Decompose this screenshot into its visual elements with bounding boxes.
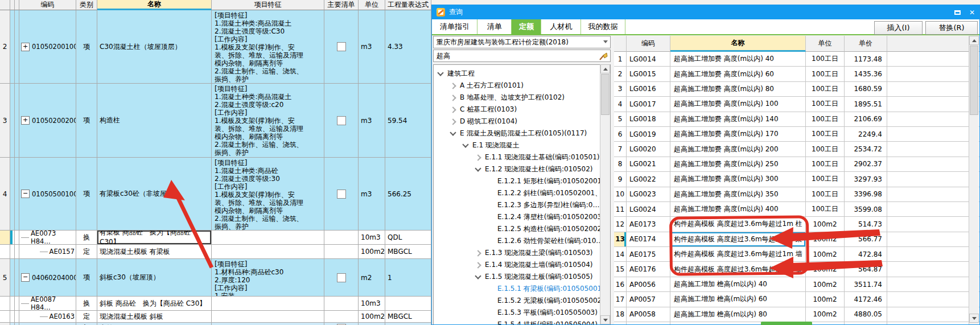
bill-item-row[interactable]: 4−010505001001项有梁板c30砼（非坡屋顶）[项目特征] 1.混凝土… — [0, 158, 431, 231]
quota-name[interactable]: 构件超高模板 高度超过3.6m每超过1m 柱 — [670, 217, 806, 232]
chevron-expanded-icon[interactable] — [462, 141, 468, 147]
tree-scroll-thumb[interactable] — [601, 74, 610, 115]
tree-item[interactable]: C 桩基工程(0103) — [434, 104, 610, 116]
main-list-checkbox[interactable] — [337, 116, 346, 125]
results-scroll-thumb[interactable] — [970, 46, 978, 115]
name-cell[interactable]: 砌筑工程 — [97, 323, 212, 325]
tree-item[interactable]: E.1.2.3 多边形(异型)柱(编码:0… — [434, 199, 610, 211]
quota-row[interactable]: 3LG0016超高施工增加费 高度(m以内) 80100工日1680.59 — [614, 82, 980, 97]
quota-row[interactable]: 6LG0019超高施工增加费 高度(m以内) 170100工日2249.4 — [614, 127, 980, 142]
expand-plus-icon[interactable]: + — [21, 43, 30, 51]
name-cell[interactable]: 有梁板c30砼（非坡屋顶） — [97, 158, 212, 231]
quota-name[interactable]: 超高施工增加费 高度(m以内) 80 — [670, 82, 806, 97]
quota-row[interactable]: 9LG0022超高施工增加费 高度(m以内) 300100工日3297.93 — [614, 172, 980, 187]
quota-row[interactable]: 13AE0174构件超高模板 高度超过3.6m每超过1m 梁100m2566.7… — [614, 232, 980, 247]
tree-item[interactable]: 建筑工程 — [434, 68, 610, 80]
section-row[interactable]: B1部砌筑工程 — [0, 323, 431, 325]
chevron-collapsed-icon[interactable] — [450, 106, 456, 113]
code-cell[interactable]: AE0157 — [19, 245, 76, 259]
quota-detail-row[interactable]: AE0073 H84…换有梁板 商品砼 换为【商品砼 C30】10m3QDL — [0, 231, 431, 245]
chevron-expanded-icon[interactable] — [475, 165, 481, 171]
main-list-checkbox[interactable] — [337, 42, 346, 51]
collapse-minus-icon[interactable]: − — [21, 190, 30, 198]
name-cell[interactable]: C30混凝土柱（坡屋顶层） — [97, 10, 212, 84]
chevron-collapsed-icon[interactable] — [475, 154, 481, 161]
tree-item[interactable]: E.1.5.3 平板(编码:010505003) — [434, 307, 610, 319]
quota-name[interactable]: 构件超高模板 高度超过3.6m每超过1m 板 — [670, 262, 806, 277]
results-scrollbar[interactable] — [969, 36, 979, 325]
tab-清单[interactable]: 清单 — [477, 19, 512, 34]
quota-row[interactable]: 14AE0175构件超高模板 高度超过3.6m每超过1m 墙100m2472.8… — [614, 247, 980, 262]
bill-item-row[interactable]: 5−040602040001项斜板c30（坡屋顶）[项目特征] 1.材料品种:商… — [0, 259, 431, 297]
tree-item[interactable]: E.1.2 现浇混凝土柱(编码:010502) — [434, 163, 610, 175]
quota-row[interactable]: 5LG0018超高施工增加费 高度(m以内) 140100工日2106.69 — [614, 112, 980, 127]
tree-item[interactable]: E.1.3 现浇混凝土梁(编码:010503) — [434, 247, 610, 259]
scroll-down-icon[interactable] — [969, 314, 979, 323]
quota-row[interactable]: 12AE0173构件超高模板 高度超过3.6m每超过1m 柱100m2514.7… — [614, 217, 980, 232]
chevron-expanded-icon[interactable] — [437, 69, 443, 76]
quota-detail-row[interactable]: AE0163定现浇混凝土模板 斜板100m2MBGCL — [0, 311, 431, 323]
quota-name[interactable]: 超高施工增加费 高度(m以内) 400 — [670, 202, 806, 217]
insert-button[interactable]: 插入(I) — [874, 21, 923, 35]
quota-name[interactable]: 构件超高模板 高度超过3.6m每超过1m 梁 — [670, 232, 806, 247]
tree-item[interactable]: E.1.2.2 斜柱(编码:010502001、… — [434, 187, 610, 199]
quota-name[interactable]: 超高施工增加费 高度(m以内) 60 — [670, 67, 806, 81]
quota-row[interactable]: 8LG0021超高施工增加费 高度(m以内) 250100工日2902.37 — [614, 157, 980, 172]
tree-item[interactable]: B 地基处理、边坡支护工程(0102) — [434, 92, 610, 104]
tree-item[interactable]: E.1.5 现浇混凝土板(编码:010505) — [434, 271, 610, 283]
tree-item[interactable]: E.1.5.1 有梁板(编码:010505001) — [434, 283, 610, 295]
quota-row[interactable]: 4LG0017超高施工增加费 高度(m以内) 100100工日1895.51 — [614, 97, 980, 112]
quota-row[interactable]: 18AP0058超高施工增加 檐高(m以内) 80100m24880.05 — [614, 307, 980, 322]
code-cell[interactable]: −010505001001 — [19, 158, 76, 231]
name-cell[interactable]: 现浇混凝土模板 有梁板 — [97, 245, 212, 259]
quota-name[interactable]: 超高施工增加 檐高(m以内) 100 — [670, 322, 806, 325]
quota-name[interactable]: 超高施工增加 檐高(m以内) 40 — [670, 277, 806, 292]
quota-name[interactable]: 超高施工增加费 高度(m以内) 250 — [670, 157, 806, 172]
code-cell[interactable]: +010502001002 — [19, 10, 76, 84]
tree-item[interactable]: E.1.4 现浇混凝土墙(编码:010504) — [434, 259, 610, 271]
chevron-collapsed-icon[interactable] — [475, 262, 481, 268]
tab-清单指引[interactable]: 清单指引 — [431, 19, 478, 34]
replace-button[interactable]: 替换(R) — [925, 21, 978, 35]
quota-name[interactable]: 超高施工增加费 高度(m以内) 170 — [670, 127, 806, 142]
code-cell[interactable]: −040602040001 — [19, 259, 76, 297]
tree-item[interactable]: E.1.2.5 构造柱(编码:010502002) — [434, 223, 610, 235]
quota-name[interactable]: 超高施工增加费 高度(m以内) 350 — [670, 187, 806, 202]
quota-detail-row[interactable]: AE0157定现浇混凝土模板 有梁板100m2MBGCL — [0, 245, 431, 259]
quota-detail-row[interactable]: AE0087 H84…换斜板 商品砼 换为【商品砼 C30】10m3 — [0, 297, 431, 311]
dialog-titlebar[interactable]: 查询 ✕ — [432, 5, 979, 19]
quota-row[interactable]: 10LG0023超高施工增加费 高度(m以内) 350100工日3396.98 — [614, 187, 980, 202]
close-icon[interactable]: ✕ — [965, 7, 979, 17]
bill-item-row[interactable]: 2+010502001002项C30混凝土柱（坡屋顶层）[项目特征] 1.混凝土… — [0, 10, 431, 84]
tree-scrollbar[interactable] — [600, 64, 610, 325]
main-list-checkbox[interactable] — [337, 273, 346, 282]
tree-item[interactable]: E.1 现浇混凝土 — [434, 139, 610, 151]
quota-row[interactable]: 1LG0014超高施工增加费 高度(m以内) 40100工日1173.48 — [614, 52, 980, 67]
quota-name[interactable]: 超高施工增加 檐高(m以内) 60 — [670, 292, 806, 307]
minimize-icon[interactable] — [950, 7, 965, 17]
quota-row[interactable]: 11LG0024超高施工增加费 高度(m以内) 400100工日3599.08 — [614, 202, 980, 217]
quota-name[interactable]: 超高施工增加 檐高(m以内) 80 — [670, 307, 806, 322]
code-cell[interactable]: AE0163 — [19, 311, 76, 323]
main-list-checkbox[interactable] — [337, 190, 346, 199]
tab-我的数据[interactable]: 我的数据 — [580, 19, 625, 34]
tree-item[interactable]: E.1.2.1 矩形柱(编码:010502001) — [434, 175, 610, 187]
quota-name[interactable]: 超高施工增加费 高度(m以内) 100 — [670, 97, 806, 112]
name-cell[interactable]: 现浇混凝土模板 斜板 — [97, 311, 212, 323]
quota-name[interactable]: 超高施工增加费 高度(m以内) 140 — [670, 112, 806, 127]
name-cell[interactable]: 有梁板 商品砼 换为【商品砼 C30】 — [97, 231, 212, 245]
chevron-collapsed-icon[interactable] — [475, 250, 481, 256]
quota-library-select[interactable]: 重庆市房屋建筑与装饰工程计价定额(2018) — [433, 36, 611, 48]
name-cell[interactable]: 构造柱 — [97, 84, 212, 158]
quota-name[interactable]: 超高施工增加费 高度(m以内) 300 — [670, 172, 806, 187]
code-cell[interactable]: +010502002001 — [19, 84, 76, 158]
tree-item[interactable]: E.1.1 现浇混凝土基础(编码:010501) — [434, 151, 610, 163]
quota-name[interactable]: 构件超高模板 高度超过3.6m每超过1m 墙 — [670, 247, 806, 262]
chevron-expanded-icon[interactable] — [475, 273, 481, 279]
code-cell[interactable]: AE0087 H84… — [19, 297, 76, 311]
name-cell[interactable]: 斜板 商品砼 换为【商品砼 C30】 — [97, 297, 212, 311]
tree-item[interactable]: E.1.2.6 劲性骨架砼柱(编码:010… — [434, 235, 610, 247]
tab-定额[interactable]: 定额 — [511, 19, 542, 34]
tree-item[interactable]: D 砌筑工程(0104) — [434, 116, 610, 127]
quota-row[interactable]: 7LG0020超高施工增加费 高度(m以内) 200100工日2534.72 — [614, 142, 980, 157]
